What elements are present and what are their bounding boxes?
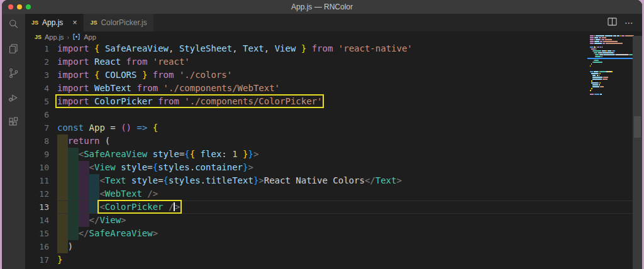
minimize-window-icon[interactable] <box>17 4 22 9</box>
code-text[interactable]: <View style={styles.container}> <box>57 161 633 174</box>
line-number[interactable]: 11 <box>25 174 57 187</box>
tab-appjs[interactable]: JS App.js × <box>25 14 83 31</box>
line-number[interactable]: 3 <box>25 69 57 82</box>
code-line-12[interactable]: 12<WebText /> <box>25 187 633 200</box>
code-token: > <box>153 228 158 238</box>
line-number[interactable]: 8 <box>25 134 57 148</box>
line-number[interactable]: 7 <box>25 121 57 134</box>
code-token: } <box>238 149 248 159</box>
code-line-7[interactable]: 7const App = () => { <box>25 121 633 134</box>
line-number[interactable]: 2 <box>25 55 57 69</box>
breadcrumb-file[interactable]: App.js <box>45 33 64 41</box>
code-token: style <box>121 162 147 172</box>
source-control-icon[interactable] <box>8 67 19 79</box>
code-line-13[interactable]: 13<ColorPicker /> <box>25 200 633 214</box>
code-text[interactable]: import React from 'react' <box>57 55 633 69</box>
code-text[interactable] <box>57 108 633 121</box>
code-token: ) <box>68 241 73 251</box>
line-number[interactable]: 9 <box>25 148 57 161</box>
code-text[interactable]: </View> <box>57 214 633 227</box>
close-tab-icon[interactable]: × <box>72 18 77 27</box>
minimap-row <box>590 39 633 40</box>
line-number[interactable]: 13 <box>25 200 57 214</box>
code-text[interactable] <box>57 266 633 269</box>
code-text[interactable]: import ColorPicker from './components/Co… <box>57 95 633 108</box>
code-text[interactable]: <SafeAreaView style={{ flex: 1 }}> <box>57 148 633 161</box>
code-line-16[interactable]: 16) <box>25 240 633 253</box>
code-line-15[interactable]: 15</SafeAreaView> <box>25 227 633 240</box>
code-text[interactable]: <ColorPicker /> <box>57 200 633 214</box>
js-file-icon: JS <box>90 19 97 26</box>
minimap-row <box>590 54 633 55</box>
scrollbar-thumb[interactable] <box>634 116 641 138</box>
minimap[interactable] <box>587 35 633 117</box>
run-debug-icon[interactable] <box>8 92 19 104</box>
search-icon[interactable] <box>8 18 19 30</box>
code-line-9[interactable]: 9<SafeAreaView style={{ flex: 1 }}> <box>25 148 633 161</box>
line-number[interactable]: 10 <box>25 161 57 174</box>
code-token: { <box>153 162 158 172</box>
code-line-8[interactable]: 8return ( <box>25 134 633 148</box>
line-number[interactable]: 12 <box>25 187 57 200</box>
line-number[interactable]: 18 <box>25 266 57 269</box>
code-text[interactable]: <Text style={styles.titleText}>React Nat… <box>57 174 633 187</box>
code-token: () <box>121 123 131 133</box>
code-line-18[interactable]: 18 <box>25 266 633 269</box>
code-text[interactable]: ) <box>57 240 633 253</box>
code-line-4[interactable]: 4import WebText from './components/WebTe… <box>25 82 633 95</box>
code-line-5[interactable]: 5import ColorPicker from './components/C… <box>25 95 633 108</box>
minimap-row <box>590 67 633 69</box>
files-icon[interactable] <box>8 43 19 55</box>
scrollbar-track[interactable] <box>633 36 642 269</box>
code-line-6[interactable]: 6 <box>25 108 633 121</box>
code-text[interactable]: return ( <box>57 134 633 148</box>
code-text[interactable]: } <box>57 253 633 266</box>
code-line-10[interactable]: 10<View style={styles.container}> <box>25 161 633 174</box>
split-editor-icon[interactable] <box>608 17 617 28</box>
extensions-icon[interactable] <box>8 116 19 128</box>
close-window-icon[interactable] <box>8 4 13 9</box>
code-line-3[interactable]: 3import { COLORS } from './colors' <box>25 69 633 82</box>
code-token: from <box>158 96 184 106</box>
line-number[interactable]: 17 <box>25 253 57 266</box>
code-token: < <box>99 175 104 185</box>
line-number[interactable]: 1 <box>25 42 57 55</box>
title-bar[interactable]: App.js — RNColor <box>2 0 642 14</box>
code-text[interactable]: import { SafeAreaView, StyleSheet, Text,… <box>57 42 633 55</box>
line-number[interactable]: 6 <box>25 108 57 121</box>
code-line-2[interactable]: 2import React from 'react' <box>25 55 633 69</box>
line-number[interactable]: 15 <box>25 227 57 240</box>
line-number[interactable]: 5 <box>25 95 57 108</box>
code-line-1[interactable]: 1import { SafeAreaView, StyleSheet, Text… <box>25 42 633 55</box>
code-text[interactable]: import { COLORS } from './colors' <box>57 69 633 82</box>
code-token: > <box>258 175 264 185</box>
code-token: </ <box>89 215 100 225</box>
code-token: => <box>136 123 147 133</box>
code-text[interactable]: <WebText /> <box>57 187 633 200</box>
code-token: flex <box>201 149 222 159</box>
zoom-window-icon[interactable] <box>26 4 31 9</box>
code-token: > <box>253 149 258 159</box>
code-text[interactable]: import WebText from './components/WebTex… <box>57 82 633 95</box>
code-token: styles <box>158 162 190 172</box>
code-text[interactable]: </SafeAreaView> <box>57 227 633 240</box>
line-number[interactable]: 16 <box>25 240 57 253</box>
code-editor[interactable]: 1import { SafeAreaView, StyleSheet, Text… <box>25 42 633 269</box>
code-token: </ <box>79 228 89 238</box>
breadcrumb-symbol[interactable]: App <box>84 33 96 41</box>
line-number[interactable]: 4 <box>25 82 57 95</box>
code-token: { <box>190 149 201 159</box>
code-token: import <box>57 70 94 80</box>
minimap-row <box>590 77 633 78</box>
code-text[interactable]: const App = () => { <box>57 121 633 134</box>
code-token: WebText <box>94 83 136 93</box>
code-line-14[interactable]: 14</View> <box>25 214 633 227</box>
tab-colorpickerjs[interactable]: JS ColorPicker.js <box>84 14 153 31</box>
code-line-11[interactable]: 11<Text style={styles.titleText}>React N… <box>25 174 633 187</box>
code-token: . <box>190 162 195 172</box>
more-actions-icon[interactable]: ⋯ <box>625 18 634 28</box>
minimap-row <box>590 45 633 46</box>
vscode-window: App.js — RNColor JS App.js × JS ColorPic… <box>2 0 642 269</box>
code-line-17[interactable]: 17} <box>25 253 633 266</box>
line-number[interactable]: 14 <box>25 214 57 227</box>
